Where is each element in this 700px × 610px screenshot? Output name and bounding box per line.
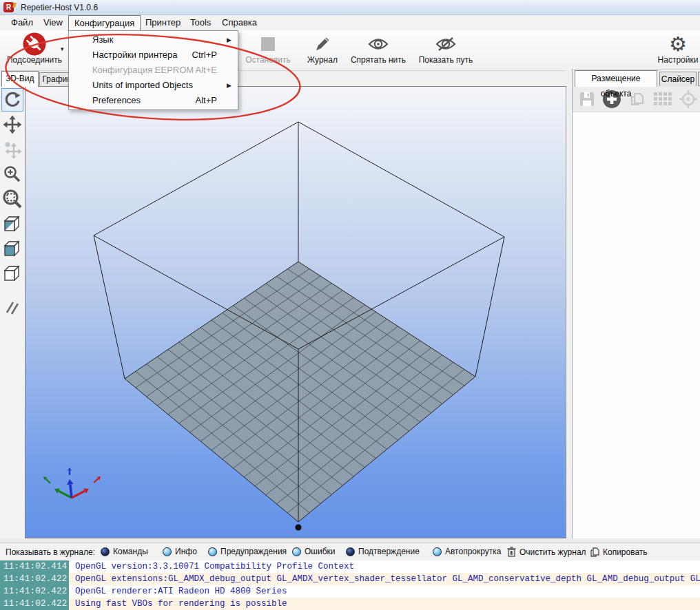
- log-row: 11:41:02.422 OpenGL renderer:ATI Radeon …: [0, 585, 700, 598]
- menu-printer[interactable]: Принтер: [140, 15, 186, 30]
- stop-button[interactable]: Остановить: [238, 32, 298, 70]
- tool-column-spacer: [1, 286, 23, 295]
- copy-icon: [590, 547, 599, 557]
- toggle-errors[interactable]: Ошибки: [292, 547, 336, 556]
- log-message: OpenGL extensions:GL_AMDX_debug_output G…: [69, 573, 700, 585]
- center-object-button[interactable]: [679, 90, 698, 109]
- stop-square-icon: [238, 32, 298, 56]
- menu-item-preferences[interactable]: Preferences Alt+P: [69, 93, 238, 108]
- print-volume-scene: [25, 87, 566, 538]
- log-row: 11:41:02.422 OpenGL extensions:GL_AMDX_d…: [0, 573, 700, 585]
- rotate-view-button[interactable]: [1, 88, 23, 112]
- tab-slicer[interactable]: Слайсер: [659, 72, 697, 86]
- menu-item-eeprom-config[interactable]: Конфигурация EEPROM Alt+E: [69, 63, 238, 78]
- log-timestamp: 11:41:02.422: [0, 585, 69, 598]
- title-bar: R Repetier-Host V1.0.6: [0, 0, 700, 15]
- vertical-splitter[interactable]: [566, 69, 572, 538]
- app-window: R Repetier-Host V1.0.6 Файл View Конфигу…: [0, 0, 700, 610]
- log-filter-bar: Показывать в журнале: Команды Инфо Преду…: [0, 543, 700, 560]
- connect-button[interactable]: Подсоединить ▾: [1, 32, 68, 70]
- log-button[interactable]: Журнал: [301, 32, 344, 70]
- plug-icon: [1, 32, 68, 56]
- menu-bar: Файл View Конфигурация Принтер Tools Спр…: [0, 15, 700, 30]
- toggle-commands[interactable]: Команды: [101, 547, 148, 556]
- menu-help[interactable]: Справка: [216, 15, 262, 30]
- menu-item-printer-settings[interactable]: Настройки принтера Ctrl+P: [69, 48, 238, 63]
- move-object-button[interactable]: [1, 137, 23, 162]
- fit-view-button[interactable]: [1, 187, 23, 211]
- warnings-orb-icon: [208, 547, 217, 556]
- shortcut-label: Alt+P: [196, 93, 217, 108]
- tab-object-placement[interactable]: Размещение объекта: [575, 70, 657, 87]
- window-title: Repetier-Host V1.0.6: [21, 3, 98, 12]
- log-output[interactable]: 11:41:02.414 OpenGL version:3.3.10071 Co…: [0, 560, 700, 610]
- app-logo-icon: R: [3, 2, 14, 12]
- placement-panel-body: [573, 112, 700, 538]
- isometric-view-button[interactable]: [1, 211, 23, 236]
- viewport-3d[interactable]: [25, 86, 566, 538]
- connect-dropdown-caret-icon[interactable]: ▾: [61, 45, 64, 52]
- view-tool-column: [0, 86, 25, 538]
- toggle-autoscroll[interactable]: Автопрокрутка: [433, 547, 501, 556]
- wireframe-view-button[interactable]: [1, 261, 23, 286]
- log-timestamp: 11:41:02.414: [0, 560, 69, 573]
- trash-icon: [507, 547, 516, 557]
- save-object-button[interactable]: [578, 90, 596, 108]
- autoscroll-orb-icon: [433, 547, 442, 556]
- commands-orb-icon: [101, 547, 110, 556]
- settings-button[interactable]: ⚙ Настройки: [653, 32, 700, 70]
- toggle-warnings[interactable]: Предупраждения: [208, 547, 287, 556]
- autoposition-grid-button[interactable]: [653, 92, 672, 107]
- gear-icon: ⚙: [653, 32, 700, 56]
- log-message: OpenGL renderer:ATI Radeon HD 4800 Serie…: [69, 585, 287, 598]
- info-orb-icon: [163, 547, 172, 556]
- shortcut-label: Ctrl+P: [192, 48, 217, 63]
- toggle-ack[interactable]: Подтверждение: [346, 547, 420, 556]
- submenu-arrow-icon: ▶: [227, 32, 231, 48]
- menu-item-language[interactable]: Язык ▶: [69, 32, 238, 48]
- shortcut-label: Alt+E: [196, 63, 217, 78]
- placement-icon-bar: [573, 86, 700, 112]
- move-view-button[interactable]: [1, 112, 23, 137]
- zoom-in-button[interactable]: [1, 162, 23, 187]
- hide-filament-button[interactable]: Спрятать нить: [346, 32, 411, 70]
- log-message: Using fast VBOs for rendering is possibl…: [69, 598, 287, 610]
- eye-slash-icon: [413, 32, 478, 56]
- menu-item-import-units[interactable]: Units of imported Objects ▶: [69, 78, 238, 93]
- log-row: 11:41:02.414 OpenGL version:3.3.10071 Co…: [0, 560, 700, 573]
- clear-log-button[interactable]: Очистить журнал: [507, 547, 586, 557]
- show-travel-button[interactable]: Показать путь: [413, 32, 478, 70]
- right-panel: Размещение объекта Слайсер: [572, 69, 700, 538]
- menu-view[interactable]: View: [38, 15, 68, 30]
- log-timestamp: 11:41:02.422: [0, 573, 69, 585]
- config-menu-popup: Язык ▶ Настройки принтера Ctrl+P Конфигу…: [68, 30, 238, 110]
- menu-tools[interactable]: Tools: [185, 15, 216, 30]
- log-row: 11:41:02.422 Using fast VBOs for renderi…: [0, 598, 700, 610]
- menu-config[interactable]: Конфигурация: [68, 15, 141, 31]
- pencil-icon: [301, 32, 344, 56]
- eye-icon: [346, 32, 411, 56]
- log-timestamp: 11:41:02.422: [0, 598, 69, 610]
- copy-log-button[interactable]: Копировать: [590, 547, 648, 557]
- log-filter-label: Показывать в журнале:: [6, 547, 95, 557]
- log-message: OpenGL version:3.3.10071 Compatibility P…: [69, 560, 354, 573]
- tab-3d-view[interactable]: 3D-Вид: [1, 71, 39, 87]
- errors-orb-icon: [292, 547, 301, 556]
- right-panel-tabs: Размещение объекта Слайсер: [573, 70, 700, 86]
- submenu-arrow-icon: ▶: [227, 78, 231, 93]
- parallel-projection-button[interactable]: [1, 295, 23, 320]
- menu-file[interactable]: Файл: [6, 15, 39, 30]
- front-view-button[interactable]: [1, 236, 23, 261]
- ack-orb-icon: [346, 547, 355, 556]
- toggle-info[interactable]: Инфо: [163, 547, 197, 556]
